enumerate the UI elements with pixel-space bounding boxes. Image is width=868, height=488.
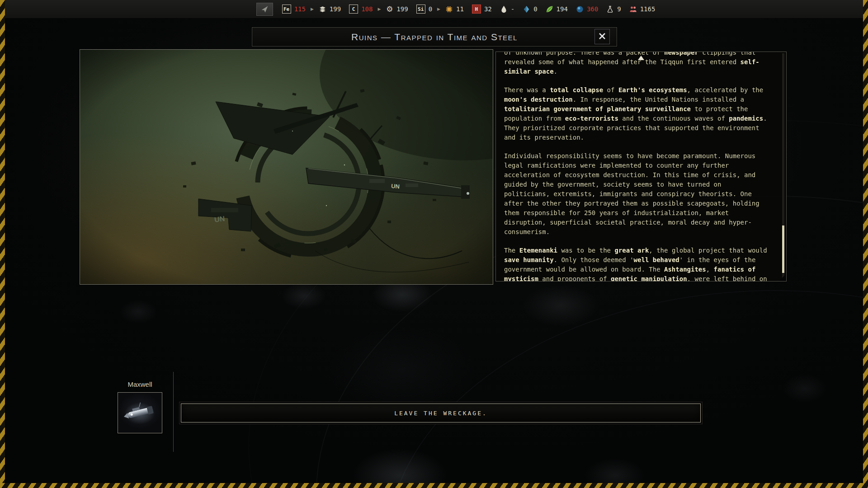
ship-name: Maxwell (114, 380, 166, 388)
resource-science[interactable]: 9 (606, 5, 621, 13)
resource-population[interactable]: 1165 (629, 5, 656, 13)
resource-bar-items: Fe115▶199C108▶⚙199Si0▶11H32-019436091165 (256, 3, 656, 16)
hazard-border-left (0, 0, 5, 488)
hazard-border-right (863, 0, 868, 488)
resource-value: - (511, 5, 514, 13)
resource-value: 32 (484, 5, 492, 13)
leave-wreckage-button[interactable]: LEAVE THE WRECKAGE. (181, 404, 701, 422)
wreck-artwork: UN UN (80, 50, 493, 284)
story-text: of unknown purpose. There was a packet o… (504, 52, 769, 282)
resource-alloy[interactable]: 199 (319, 5, 341, 13)
leaf-icon (546, 5, 553, 13)
resource-value: 108 (361, 5, 373, 13)
iron-badge-icon: Fe (282, 5, 291, 14)
resource-value: 0 (533, 5, 537, 13)
resource-waste[interactable]: 360 (576, 5, 598, 13)
resource-value: 1165 (640, 5, 656, 13)
event-text-panel: of unknown purpose. There was a packet o… (495, 52, 787, 282)
resource-carbon[interactable]: C108 (349, 5, 373, 14)
people-icon (629, 5, 637, 13)
hydrogen-badge-icon: H (472, 5, 481, 14)
droplet-icon (500, 5, 508, 13)
probe-icon (261, 5, 269, 13)
close-icon (598, 32, 607, 42)
chain-arrow-icon: ▶ (377, 7, 381, 11)
resource-ice[interactable]: 0 (523, 5, 537, 13)
top-bar: Fe115▶199C108▶⚙199Si0▶11H32-019436091165 (5, 0, 863, 19)
event-image-panel: UN UN (80, 49, 493, 285)
panel-corner-cut (778, 273, 787, 282)
layers-icon (319, 5, 326, 13)
hazard-border-bottom (0, 483, 868, 488)
resource-probes[interactable] (256, 3, 273, 16)
resource-food[interactable]: 194 (546, 5, 568, 13)
ship-thumbnail[interactable] (118, 392, 162, 433)
resource-silicon[interactable]: Si0 (416, 5, 432, 14)
scrollbar-thumb[interactable] (782, 225, 784, 273)
resource-value: 11 (456, 5, 464, 13)
story-paragraph: of unknown purpose. There was a packet o… (504, 52, 769, 76)
chip-icon (445, 5, 453, 13)
flask-icon (606, 5, 614, 13)
event-title-bar: Ruins — Trapped in Time and Steel (252, 27, 617, 47)
chain-arrow-icon: ▶ (311, 7, 314, 11)
resource-hydrogen[interactable]: H32 (472, 5, 492, 14)
resource-value: 199 (330, 5, 341, 13)
resource-iron[interactable]: Fe115 (282, 5, 306, 14)
game-screen: Fe115▶199C108▶⚙199Si0▶11H32-019436091165… (0, 0, 868, 488)
silicon-badge-icon: Si (416, 5, 425, 14)
story-paragraph: Individual responsibility seems to have … (504, 151, 769, 237)
carbon-badge-icon: C (349, 5, 358, 14)
footer-divider (173, 372, 174, 452)
scroll-up-icon[interactable] (638, 56, 644, 60)
event-title: Ruins — Trapped in Time and Steel (351, 32, 518, 42)
orb-icon (576, 5, 584, 13)
resource-value: 199 (396, 5, 408, 13)
chain-arrow-icon: ▶ (437, 7, 440, 11)
resource-polymer[interactable]: ⚙199 (386, 5, 408, 13)
crystal-icon (523, 5, 530, 13)
resource-electronics[interactable]: 11 (445, 5, 464, 13)
ship-icon (118, 393, 162, 433)
resource-water[interactable]: - (500, 5, 514, 13)
resource-value: 0 (429, 5, 432, 13)
scrollbar[interactable] (782, 53, 784, 280)
resource-value: 9 (617, 5, 621, 13)
story-paragraph: There was a total collapse of Earth's ec… (504, 85, 769, 142)
resource-value: 115 (294, 5, 306, 13)
resource-value: 360 (587, 5, 598, 13)
close-button[interactable] (594, 29, 610, 44)
story-paragraph: The Etemenanki was to be the great ark, … (504, 246, 769, 282)
gear-icon: ⚙ (386, 5, 393, 13)
resource-value: 194 (557, 5, 568, 13)
